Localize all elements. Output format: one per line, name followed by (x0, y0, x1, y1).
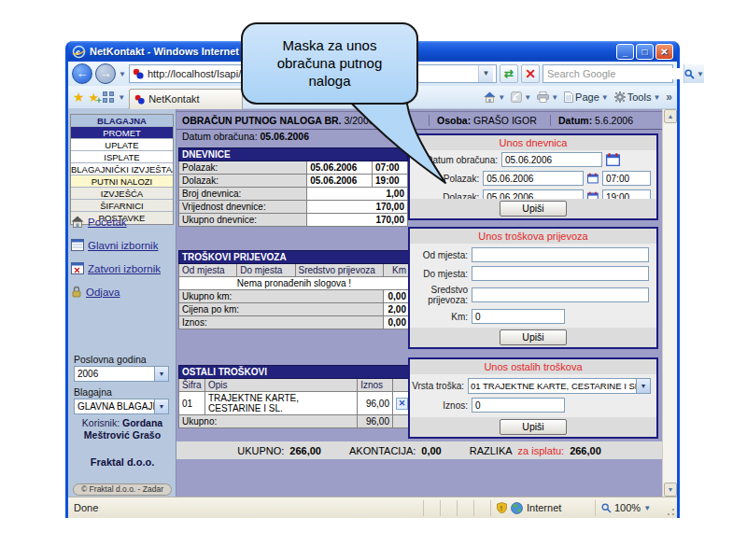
scroll-up-icon[interactable]: ▲ (664, 109, 677, 123)
link-glavni-izbornik-label: Glavni izbornik (88, 240, 158, 251)
polazak-label: Polazak: (179, 161, 307, 175)
row-iznos: 96,00 (358, 392, 393, 415)
datum-field: Datum: 5.6.2006 (550, 115, 662, 126)
datum-obracuna-strip: Datum obračuna: 05.06.2006 (176, 131, 309, 146)
zoom-dropdown-icon[interactable]: ▼ (643, 504, 651, 512)
menu-item-promet[interactable]: PROMET (71, 127, 173, 139)
delete-row-icon[interactable]: ✕ (396, 398, 408, 410)
blagajna-select[interactable]: GLAVNA BLAGAJNA ▼ (74, 399, 169, 414)
col-od-mjesta: Od mjesta (179, 264, 237, 277)
menu-item-blagajnicki-izvjestaj[interactable]: BLAGAJNIČKI IZVJEŠTAJ (71, 163, 173, 175)
company-name: Fraktal d.o.o. (68, 456, 176, 468)
iznos-prijevoza-label: Iznos: (179, 316, 384, 329)
ukupno-label: UKUPNO: (237, 445, 284, 456)
vrsta-troska-select[interactable]: 01 TRAJEKTNE KARTE, CESTARINE I SL. ▼ (468, 378, 651, 394)
row-sifra: 01 (179, 392, 205, 415)
totals-bar: UKUPNO: 266,00 AKONTACIJA: 0,00 RAZLIKA … (176, 441, 662, 459)
tools-button[interactable]: Tools ▼ (614, 91, 661, 103)
link-zatvori-izbornik[interactable]: Zatvori izbornik (71, 257, 174, 280)
print-button[interactable]: ▼ (537, 91, 558, 103)
od-mjesta-label: Od mjesta: (412, 250, 468, 260)
ukupno-km-label: Ukupno km: (179, 290, 384, 303)
search-button[interactable]: ▼ (684, 64, 704, 83)
search-box[interactable]: ▼ (543, 64, 673, 83)
tab-list-dropdown-icon[interactable]: ▼ (118, 93, 125, 102)
menu-item-uplate[interactable]: UPLATE (71, 139, 173, 151)
upisi-dnevnice-button[interactable]: Upiši (500, 201, 567, 217)
feeds-button[interactable]: ▼ (511, 91, 531, 103)
menu-item-izvjesca[interactable]: IZVJEŠĆA (71, 188, 173, 200)
callout-bubble: Maska za unos obračuna putnog naloga (241, 22, 418, 105)
globe-icon (511, 502, 523, 514)
unos-datum-input[interactable] (501, 152, 602, 167)
page-viewport: BLAGAJNA PROMET UPLATE ISPLATE BLAGAJNIČ… (68, 109, 677, 497)
menu-item-putni-nalozi[interactable]: PUTNI NALOZI (71, 175, 173, 188)
vrsta-troska-label: Vrsta troška: (412, 381, 464, 391)
col-opis: Opis (204, 379, 357, 392)
chevron-down-icon: ▼ (636, 379, 650, 393)
sredstvo-prijevoza-input[interactable] (472, 287, 649, 302)
ostali-troskovi-title: OSTALI TROŠKOVI (179, 366, 412, 379)
poslovna-godina-label: Poslovna godina (74, 354, 147, 365)
col-iznos: Iznos (358, 379, 393, 392)
zoom-control[interactable]: 100% ▼ (595, 500, 664, 516)
calendar-icon[interactable] (606, 153, 620, 166)
back-button[interactable]: ← (72, 63, 92, 84)
upisi-prijevoz-button[interactable]: Upiši (500, 329, 567, 345)
unos-polazak-time-input[interactable] (602, 171, 651, 186)
vertical-scrollbar[interactable]: ▲ ▼ (662, 109, 677, 497)
menu-item-isplate[interactable]: ISPLATE (71, 151, 173, 163)
main-content: OBRAČUN PUTNOG NALOGA BR. 3/2006 Osoba: … (176, 109, 662, 497)
stop-button[interactable]: ✕ (521, 64, 540, 83)
tab-label: NetKontakt (148, 93, 199, 105)
vrijednost-dnevnice-label: Vrijednost dnevnice: (179, 201, 307, 214)
link-odjava[interactable]: Odjava (71, 280, 174, 303)
col-do-mjesta: Do mjesta (237, 264, 295, 277)
razlika-value: 266,00 (570, 445, 601, 456)
tools-dropdown-icon: ▼ (653, 93, 660, 102)
unos-polazak-date-input[interactable] (483, 171, 584, 186)
rss-icon (511, 91, 522, 103)
link-glavni-izbornik[interactable]: Glavni izbornik (71, 233, 174, 257)
page-button[interactable]: Page ▼ (564, 91, 609, 103)
refresh-button[interactable]: ⇄ (500, 64, 518, 83)
upisi-ostali-button[interactable]: Upiši (500, 419, 567, 435)
polazak-time: 07:00 (373, 161, 408, 175)
link-pocetak[interactable]: Početak (71, 210, 174, 233)
do-mjesta-input[interactable] (472, 266, 649, 281)
close-button[interactable]: ✕ (655, 44, 673, 60)
home-icon (484, 91, 496, 103)
minimize-button[interactable]: _ (616, 44, 634, 60)
do-mjesta-label: Do mjesta: (412, 269, 468, 279)
unos-ostalih-panel: Unos ostalih troškova Vrsta troška: 01 T… (408, 357, 658, 439)
gear-icon (614, 91, 626, 103)
sidebar: BLAGAJNA PROMET UPLATE ISPLATE BLAGAJNIČ… (68, 109, 176, 497)
iznos-input[interactable] (472, 398, 565, 413)
toolbar-overflow-icon[interactable]: » (666, 91, 672, 104)
calendar-icon[interactable] (587, 172, 599, 185)
url-dropdown-icon[interactable]: ▼ (478, 65, 493, 82)
resize-grip[interactable] (664, 497, 677, 518)
km-input[interactable] (472, 309, 565, 324)
home-button[interactable]: ▼ (484, 91, 505, 103)
broj-dnevnica-value: 1,00 (307, 188, 408, 201)
poslovna-godina-select[interactable]: 2006 ▼ (74, 366, 169, 382)
link-odjava-label: Odjava (86, 287, 120, 298)
search-input[interactable] (543, 68, 684, 79)
add-favorite-icon[interactable]: ★＋ (89, 91, 100, 105)
tab-netkontakt[interactable]: NetKontakt (129, 89, 243, 109)
dolazak-time: 19:00 (373, 175, 408, 188)
search-icon (684, 69, 695, 79)
unos-dnevnica-title: Unos dnevnica (410, 135, 656, 150)
browser-window: e NetKontakt - Windows Internet Explorer… (65, 41, 680, 518)
akontacija-value: 0,00 (421, 445, 441, 456)
quick-tabs-icon[interactable] (103, 91, 114, 103)
favorites-star-icon[interactable]: ★ (73, 90, 85, 105)
od-mjesta-input[interactable] (472, 247, 649, 262)
maximize-button[interactable]: □ (636, 44, 654, 60)
scroll-down-icon[interactable]: ▼ (664, 483, 677, 497)
history-dropdown-icon[interactable]: ▼ (119, 70, 126, 78)
forward-button[interactable]: → (95, 63, 116, 84)
page-label: Page (575, 91, 599, 103)
page-icon (564, 91, 573, 103)
